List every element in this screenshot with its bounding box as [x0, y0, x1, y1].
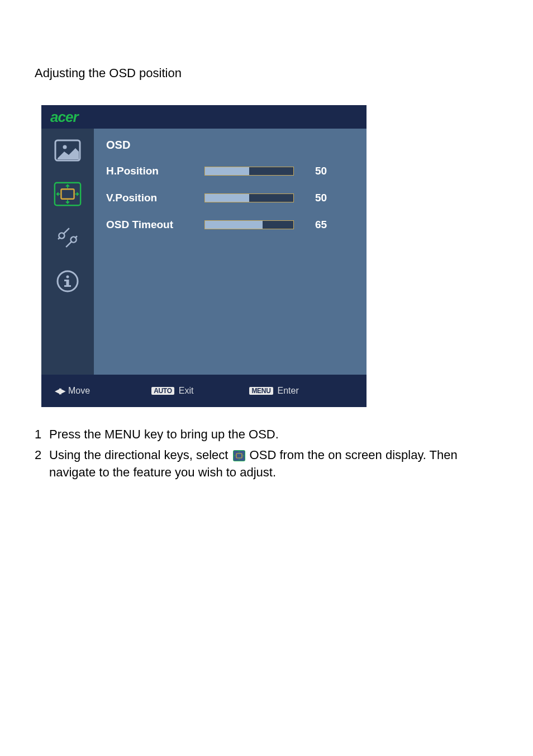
instruction-1: 1 Press the MENU key to bring up the OSD… — [35, 426, 498, 443]
footer-enter: MENU Enter — [249, 386, 298, 396]
vposition-slider[interactable] — [204, 193, 294, 202]
instructions-list: 1 Press the MENU key to bring up the OSD… — [35, 426, 498, 481]
auto-badge: AUTO — [151, 387, 174, 395]
osd-header: acer — [41, 105, 367, 129]
slider-fill — [205, 167, 249, 175]
svg-rect-10 — [64, 285, 71, 287]
instruction-text: Press the MENU key to bring up the OSD. — [49, 426, 498, 443]
svg-rect-3 — [61, 189, 74, 199]
instruction-text: Using the directional keys, select OSD f… — [49, 447, 498, 481]
slider-fill — [205, 194, 249, 202]
osd-icon — [53, 180, 83, 208]
instruction-number: 1 — [35, 426, 49, 443]
sidebar-item-picture[interactable] — [53, 136, 83, 164]
svg-rect-9 — [64, 280, 68, 281]
sidebar — [41, 129, 94, 375]
picture-icon — [54, 139, 81, 162]
hposition-slider[interactable] — [204, 167, 294, 176]
sidebar-item-osd[interactable] — [53, 180, 83, 208]
setting-label: OSD Timeout — [106, 219, 204, 231]
footer-move-label: Move — [68, 386, 90, 396]
setting-label: H.Position — [106, 165, 204, 177]
menu-badge: MENU — [249, 387, 273, 395]
setting-vposition[interactable]: V.Position 50 — [106, 191, 353, 205]
sidebar-item-settings[interactable] — [53, 224, 83, 252]
brand-logo: acer — [50, 108, 78, 126]
svg-point-7 — [66, 276, 69, 278]
footer-enter-label: Enter — [278, 386, 299, 396]
left-right-arrow-icon: ◀▶ — [55, 386, 64, 396]
footer-exit: AUTO Exit — [151, 386, 193, 396]
instruction-2-pre: Using the directional keys, select — [49, 448, 232, 462]
setting-value: 50 — [315, 192, 327, 204]
osd-inline-icon — [233, 450, 245, 461]
settings-icon — [55, 225, 80, 250]
osd-body: OSD H.Position 50 V.Position 50 OSD Time… — [41, 129, 367, 375]
section-title: OSD — [106, 139, 353, 152]
info-icon — [56, 270, 79, 293]
osd-panel: acer — [41, 105, 367, 407]
setting-osd-timeout[interactable]: OSD Timeout 65 — [106, 218, 353, 232]
instruction-2: 2 Using the directional keys, select OSD… — [35, 447, 498, 481]
osd-footer: ◀▶ Move AUTO Exit MENU Enter — [41, 375, 367, 407]
doc-heading: Adjusting the OSD position — [35, 66, 498, 81]
setting-value: 50 — [315, 165, 327, 177]
setting-value: 65 — [315, 219, 327, 231]
setting-label: V.Position — [106, 192, 204, 204]
slider-fill — [205, 221, 263, 229]
setting-hposition[interactable]: H.Position 50 — [106, 164, 353, 178]
footer-move: ◀▶ Move — [55, 386, 90, 396]
osd-content: OSD H.Position 50 V.Position 50 OSD Time… — [94, 129, 367, 375]
svg-point-1 — [63, 145, 67, 149]
instruction-number: 2 — [35, 447, 49, 481]
footer-exit-label: Exit — [179, 386, 194, 396]
sidebar-item-info[interactable] — [53, 267, 83, 295]
osd-timeout-slider[interactable] — [204, 220, 294, 229]
